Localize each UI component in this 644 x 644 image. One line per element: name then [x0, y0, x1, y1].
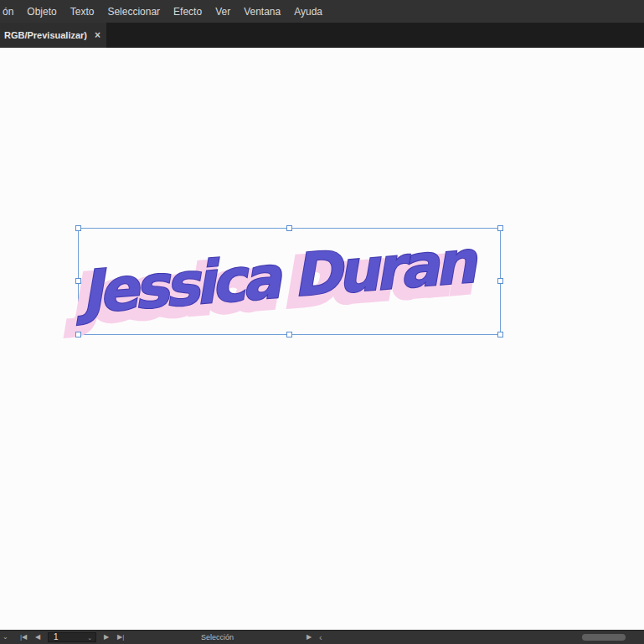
- first-artboard-button[interactable]: |◀: [20, 631, 27, 644]
- menu-item-efecto[interactable]: Efecto: [167, 0, 209, 23]
- selection-handle-bottom-left[interactable]: [75, 332, 81, 337]
- status-label: Selección: [201, 631, 234, 644]
- selection-bounding-box[interactable]: Jessica Duran Jessica Duran: [78, 228, 501, 335]
- last-artboard-button[interactable]: ▶|: [117, 631, 124, 644]
- status-bar: ⌄ |◀ ◀ 1 ⌄ ▶ ▶| Selección ▶ ‹: [0, 630, 644, 644]
- status-back-icon[interactable]: ‹: [319, 631, 322, 644]
- menu-item-ayuda[interactable]: Ayuda: [287, 0, 329, 23]
- document-tab[interactable]: RGB/Previsualizar) ×: [0, 23, 106, 48]
- selection-handle-top-right[interactable]: [497, 225, 503, 231]
- prev-artboard-button[interactable]: ◀: [35, 631, 40, 644]
- menu-item-ver[interactable]: Ver: [209, 0, 237, 23]
- statusbar-dropdown-icon[interactable]: ⌄: [3, 631, 8, 644]
- selection-handle-top-left[interactable]: [75, 225, 81, 231]
- selection-handle-middle-right[interactable]: [497, 278, 503, 284]
- selection-handle-middle-left[interactable]: [75, 278, 81, 284]
- tab-strip: RGB/Previsualizar) ×: [0, 23, 644, 48]
- artboard-number-value: 1: [54, 633, 59, 641]
- artboard-number-field[interactable]: 1 ⌄: [48, 632, 96, 642]
- menu-item-seleccionar[interactable]: Seleccionar: [100, 0, 167, 23]
- horizontal-scrollbar-thumb[interactable]: [582, 634, 626, 641]
- document-tab-label: RGB/Previsualizar): [4, 30, 90, 40]
- menu-item-objeto[interactable]: Objeto: [20, 0, 63, 23]
- next-artboard-button[interactable]: ▶: [104, 631, 109, 644]
- menu-bar: ón Objeto Texto Seleccionar Efecto Ver V…: [0, 0, 644, 23]
- artwork-jessica-duran[interactable]: Jessica Duran Jessica Duran: [75, 212, 503, 350]
- tab-close-icon[interactable]: ×: [95, 30, 100, 40]
- menu-item-ventana[interactable]: Ventana: [237, 0, 287, 23]
- canvas[interactable]: Jessica Duran Jessica Duran: [0, 48, 644, 630]
- selection-handle-bottom-right[interactable]: [497, 332, 503, 337]
- selection-handle-bottom-middle[interactable]: [286, 332, 292, 337]
- artboard-caret-icon[interactable]: ⌄: [87, 635, 92, 641]
- selection-handle-top-middle[interactable]: [286, 225, 292, 231]
- menu-item-truncated[interactable]: ón: [0, 0, 20, 23]
- artwork-text[interactable]: Jessica Duran: [79, 233, 475, 322]
- menu-item-texto[interactable]: Texto: [64, 0, 101, 23]
- status-play-icon[interactable]: ▶: [307, 631, 312, 644]
